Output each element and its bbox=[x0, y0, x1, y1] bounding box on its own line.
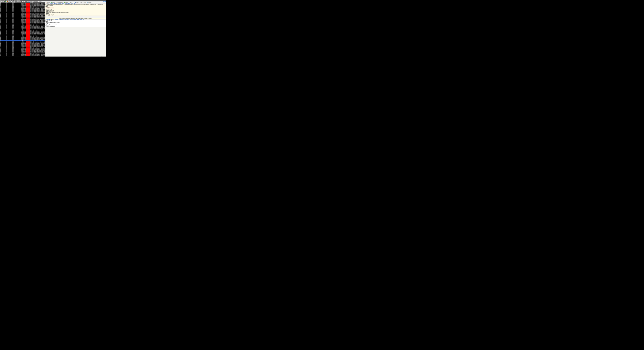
sessions-list[interactable]: 4200HTTPyanjia.bcc-gzbh8283/anp/navi?qt=… bbox=[0, 3, 45, 56]
decode-icon bbox=[11, 1, 12, 2]
stream-button[interactable]: Stream bbox=[7, 1, 11, 2]
resptab-cookies[interactable]: Cookies bbox=[73, 19, 77, 20]
menu-file[interactable]: File bbox=[0, 0, 2, 1]
menu-help[interactable]: Help bbox=[10, 0, 11, 1]
resptab-transformer[interactable]: Transformer bbox=[45, 19, 50, 20]
inspectors-icon bbox=[51, 2, 52, 3]
save-button[interactable]: 💾Save bbox=[25, 1, 28, 2]
menu-tools[interactable]: Tools bbox=[6, 0, 8, 1]
session-icon bbox=[0, 4, 0, 5]
stats-icon bbox=[46, 2, 46, 3]
tab-log[interactable]: Log bbox=[79, 2, 82, 3]
title-extra: GET /book ContentBlock bbox=[12, 0, 20, 1]
resptab-xml[interactable]: XML bbox=[82, 19, 85, 20]
tab-autoresponder[interactable]: AutoResponder bbox=[56, 2, 63, 3]
session-icon bbox=[0, 42, 0, 43]
x-icon: × bbox=[4, 1, 4, 2]
session-icon bbox=[0, 25, 0, 25]
reqtab-raw[interactable]: Raw bbox=[68, 3, 70, 4]
session-icon bbox=[0, 21, 0, 22]
session-icon bbox=[0, 13, 0, 13]
browse-icon bbox=[29, 1, 30, 2]
resptab-raw[interactable]: Raw bbox=[77, 19, 79, 20]
img-button[interactable]: 🖼 bbox=[28, 1, 28, 2]
request-line: GET /anp/navi?qt=linkrect&source=web&cti… bbox=[46, 4, 106, 6]
replay-button[interactable]: ↻Replay bbox=[0, 1, 4, 2]
find-button[interactable]: Find bbox=[22, 1, 24, 2]
decode-button[interactable]: Decode bbox=[11, 1, 14, 2]
session-icon bbox=[0, 16, 0, 16]
menu-view[interactable]: View bbox=[8, 0, 10, 1]
cell-url: /anp/navi?qt=linkrect&source=web&ctim bbox=[32, 55, 45, 56]
resptab-imageview[interactable]: ImageView bbox=[58, 19, 63, 20]
tearoff-button[interactable]: Tearoff bbox=[38, 1, 41, 2]
stream-icon bbox=[7, 1, 8, 2]
reqtab-auth[interactable]: Auth bbox=[62, 3, 64, 4]
browse-button[interactable]: Browse▾ bbox=[29, 1, 33, 2]
resptab-caching[interactable]: Caching bbox=[70, 19, 73, 20]
session-icon bbox=[0, 54, 0, 54]
tab-timeline[interactable]: =Timeline bbox=[87, 2, 92, 3]
textwizard-button[interactable]: ✎TextWizard bbox=[33, 1, 38, 2]
session-icon bbox=[0, 17, 0, 18]
resptab-auth[interactable]: Auth bbox=[67, 19, 70, 20]
find-icon bbox=[22, 1, 23, 2]
session-row[interactable]: 1200HTTPyanjia.bcc-gzbh8283/anp/navi?qt=… bbox=[0, 55, 45, 56]
session-icon bbox=[0, 54, 0, 55]
session-icon bbox=[0, 36, 0, 36]
reqtab-xml[interactable]: XML bbox=[73, 3, 76, 4]
session-icon bbox=[0, 29, 0, 30]
session-icon bbox=[0, 42, 0, 42]
session-icon bbox=[0, 9, 0, 10]
session-icon bbox=[0, 32, 0, 32]
composer-icon bbox=[64, 2, 64, 3]
resptab-hexview[interactable]: HexView bbox=[63, 19, 67, 20]
menu-edit[interactable]: Edit bbox=[2, 0, 3, 1]
reqtab-hexview[interactable]: HexView bbox=[58, 3, 62, 4]
online-indicator[interactable]: Online bbox=[103, 1, 106, 2]
session-icon bbox=[0, 39, 0, 40]
session-icon bbox=[0, 27, 0, 28]
replay-icon: ↻ bbox=[0, 1, 1, 2]
resptab-json[interactable]: JSON bbox=[79, 19, 82, 20]
resptab-textview[interactable]: TextView bbox=[54, 19, 58, 20]
sessions-panel: # Result Protocol Host URL 4200HTTPyanji… bbox=[0, 2, 45, 56]
cell-port: 8283 bbox=[30, 55, 32, 56]
session-icon bbox=[0, 20, 0, 20]
session-icon bbox=[0, 34, 0, 34]
session-icon bbox=[0, 8, 0, 8]
tab-statistics[interactable]: Statistics bbox=[45, 2, 50, 3]
session-icon bbox=[0, 24, 0, 24]
session-icon bbox=[0, 19, 0, 19]
tab-gallery[interactable]: Gallery bbox=[75, 2, 80, 3]
tab-flags[interactable]: Flags bbox=[69, 2, 75, 3]
session-icon bbox=[0, 14, 0, 15]
save-icon: 💾 bbox=[25, 1, 26, 2]
tab-filters[interactable]: Filters bbox=[82, 2, 87, 3]
remove-button[interactable]: ×▾ bbox=[4, 1, 5, 2]
reqtab-cookies[interactable]: Cookies bbox=[64, 3, 68, 4]
session-icon bbox=[0, 33, 0, 34]
cell-host: yanjia.bcc-gzbh bbox=[21, 55, 26, 56]
autoresponder-icon bbox=[56, 2, 57, 3]
session-icon bbox=[0, 3, 0, 4]
reqtab-textview[interactable]: TextView bbox=[49, 3, 53, 4]
session-icon bbox=[0, 44, 0, 44]
decode-notice[interactable]: Response is encoded and may need to be d… bbox=[45, 18, 106, 19]
keep-dropdown[interactable]: Keep: All sessions▾ bbox=[15, 1, 22, 2]
reqtab-json[interactable]: JSON bbox=[70, 3, 73, 4]
inspector-panel: Statistics Inspectors AutoResponder Comp… bbox=[45, 2, 106, 56]
tab-inspectors[interactable]: Inspectors bbox=[50, 2, 56, 3]
response-headers: HTTP/1.1 200 OK Cache Date: Mon, 26 Dec … bbox=[45, 20, 106, 27]
session-icon bbox=[0, 38, 0, 39]
session-icon bbox=[0, 49, 0, 50]
online-icon bbox=[103, 1, 104, 2]
session-icon bbox=[0, 8, 0, 9]
menu-rules[interactable]: Rules bbox=[4, 0, 6, 1]
session-icon bbox=[0, 26, 0, 26]
tab-composer[interactable]: Composer bbox=[64, 2, 69, 3]
filters-icon bbox=[83, 2, 84, 3]
session-icon bbox=[0, 32, 0, 33]
reqtab-webforms[interactable]: WebForms bbox=[53, 3, 58, 4]
go-button[interactable]: Go bbox=[5, 1, 7, 2]
